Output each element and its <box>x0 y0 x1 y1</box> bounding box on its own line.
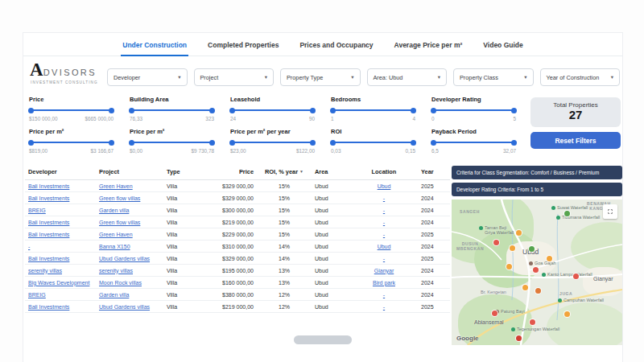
property-marker[interactable] <box>564 211 570 216</box>
slider-handle-max[interactable] <box>411 140 416 146</box>
slider-track[interactable] <box>29 107 114 113</box>
location-link[interactable]: - <box>383 232 385 237</box>
project-link[interactable]: Banna X150 <box>99 244 130 249</box>
location-link[interactable]: - <box>383 292 385 298</box>
slider-handle-min[interactable] <box>28 108 34 113</box>
property-marker[interactable] <box>506 264 512 269</box>
developer-link[interactable]: serenity villas <box>28 268 62 274</box>
slider-handle-min[interactable] <box>28 140 34 146</box>
tab-average-price-per-m[interactable]: Average Price per m² <box>393 39 464 56</box>
developer-link[interactable]: Bali Investments <box>28 304 69 310</box>
property-marker[interactable] <box>516 230 522 236</box>
map-label-taman-beji-griya-waterfall[interactable]: Taman Beji Griya Waterfall <box>479 225 514 235</box>
col-project[interactable]: Project <box>96 164 163 180</box>
map-label-kanto-lampo-waterfall[interactable]: Kanto Lampo Waterfall <box>542 272 592 277</box>
location-link[interactable]: Ubud <box>378 244 391 249</box>
col-area[interactable]: Area <box>312 164 350 180</box>
slider-handle-min[interactable] <box>129 140 134 146</box>
property-marker[interactable] <box>547 256 552 261</box>
project-link[interactable]: Green flow villas <box>99 220 140 225</box>
property-marker[interactable] <box>516 335 522 341</box>
developer-link[interactable]: Bali Investments <box>28 256 69 261</box>
col-year[interactable]: Year <box>418 164 450 180</box>
slider-handle-min[interactable] <box>229 140 235 146</box>
reset-filters-button[interactable]: Reset Filters <box>530 132 621 149</box>
project-link[interactable]: Garden villa <box>99 208 129 213</box>
horizontal-scrollbar[interactable] <box>294 335 352 344</box>
col-developer[interactable]: Developer <box>25 164 96 180</box>
slider-track[interactable] <box>130 139 214 146</box>
slider-handle-max[interactable] <box>511 108 517 113</box>
slider-track[interactable] <box>130 107 214 113</box>
location-link[interactable]: Ubud <box>378 183 391 189</box>
tab-prices-and-occupancy[interactable]: Prices and Occupancy <box>298 39 374 56</box>
property-marker[interactable] <box>510 245 515 251</box>
filter-property-type[interactable]: Property Type▾ <box>280 68 361 86</box>
tab-under-construction[interactable]: Under Construction <box>121 39 188 56</box>
map-label-tegenungan-waterfall[interactable]: Tegenungan Waterfall <box>511 327 559 331</box>
slider-track[interactable] <box>431 107 516 113</box>
slider-handle-min[interactable] <box>431 108 436 113</box>
property-marker[interactable] <box>535 288 541 294</box>
project-link[interactable]: Ubud Gardens villas <box>99 256 150 261</box>
project-link[interactable]: Green Haven <box>99 183 133 189</box>
tab-video-guide[interactable]: Video Guide <box>481 39 524 56</box>
slider-handle-max[interactable] <box>411 108 416 113</box>
project-link[interactable]: Garden villa <box>99 292 129 298</box>
property-marker[interactable] <box>564 311 570 317</box>
slider-track[interactable] <box>29 139 114 146</box>
col-price[interactable]: Price <box>199 164 257 180</box>
project-link[interactable]: Green flow villas <box>99 195 140 201</box>
map-label-gianyar[interactable]: Gianyar <box>593 276 613 282</box>
property-marker[interactable] <box>530 319 535 325</box>
property-marker[interactable] <box>493 240 499 245</box>
slider-track[interactable] <box>230 139 315 146</box>
slider-handle-min[interactable] <box>330 140 336 146</box>
col-roi[interactable]: ROI, % year ▼ <box>257 164 312 180</box>
location-link[interactable]: - <box>383 256 385 261</box>
slider-handle-max[interactable] <box>310 140 316 146</box>
project-link[interactable]: Ubud Gardens villas <box>99 304 150 310</box>
location-link[interactable]: Gianyar <box>374 268 394 274</box>
filter-property-class[interactable]: Property Class▾ <box>453 68 534 86</box>
property-marker[interactable] <box>529 246 535 252</box>
map-label-campuhan-waterfall[interactable]: Campuhan Waterfall <box>558 298 604 302</box>
location-link[interactable]: Bird park <box>373 280 395 286</box>
slider-handle-max[interactable] <box>310 108 316 113</box>
col-location[interactable]: Location <box>350 164 418 180</box>
slider-handle-min[interactable] <box>431 140 436 146</box>
developer-link[interactable]: BREIG <box>28 292 46 298</box>
developer-link[interactable]: Bali Investments <box>28 195 69 201</box>
location-link[interactable]: - <box>383 195 385 201</box>
map-label-abiansemal[interactable]: Abiansemal <box>474 319 504 325</box>
developer-link[interactable]: Bali Investments <box>28 220 69 225</box>
property-marker[interactable] <box>533 267 539 273</box>
map-label-goa-gajah[interactable]: Goa Gajah <box>529 261 556 265</box>
slider-handle-max[interactable] <box>209 108 215 113</box>
slider-track[interactable] <box>431 139 516 146</box>
property-marker[interactable] <box>522 285 528 290</box>
map-label-patung-bayi[interactable]: Patung Bayi <box>495 309 525 314</box>
filter-area-ubud[interactable]: Area: Ubud▾ <box>367 68 448 86</box>
project-link[interactable]: serenity villas <box>99 268 133 274</box>
property-marker[interactable] <box>492 311 497 316</box>
developer-link[interactable]: Bali Investments <box>28 232 69 237</box>
location-link[interactable]: - <box>383 208 385 213</box>
developer-link[interactable]: Bali Investments <box>28 183 69 189</box>
filter-year-of-construction[interactable]: Year of Construction▾ <box>540 68 621 86</box>
slider-track[interactable] <box>331 139 415 146</box>
project-link[interactable]: Green Haven <box>99 232 133 237</box>
location-link[interactable]: - <box>383 304 385 310</box>
filter-project[interactable]: Project▾ <box>194 68 275 86</box>
map-label-suwat-waterfall[interactable]: Suwat Waterfall <box>551 205 588 210</box>
project-link[interactable]: Moon Rock villas <box>99 280 142 286</box>
col-type[interactable]: Type <box>163 164 199 180</box>
developer-link[interactable]: BREIG <box>28 208 46 213</box>
slider-handle-max[interactable] <box>209 140 215 146</box>
slider-handle-min[interactable] <box>330 108 336 113</box>
map[interactable]: SANGEHBENAWAH KANGINSuwat WaterfallTibum… <box>452 200 622 345</box>
fullscreen-button[interactable] <box>603 204 617 219</box>
tab-completed-properties[interactable]: Completed Properties <box>206 39 280 56</box>
developer-link[interactable]: Big Waves Development <box>28 280 89 286</box>
property-marker[interactable] <box>573 274 579 279</box>
